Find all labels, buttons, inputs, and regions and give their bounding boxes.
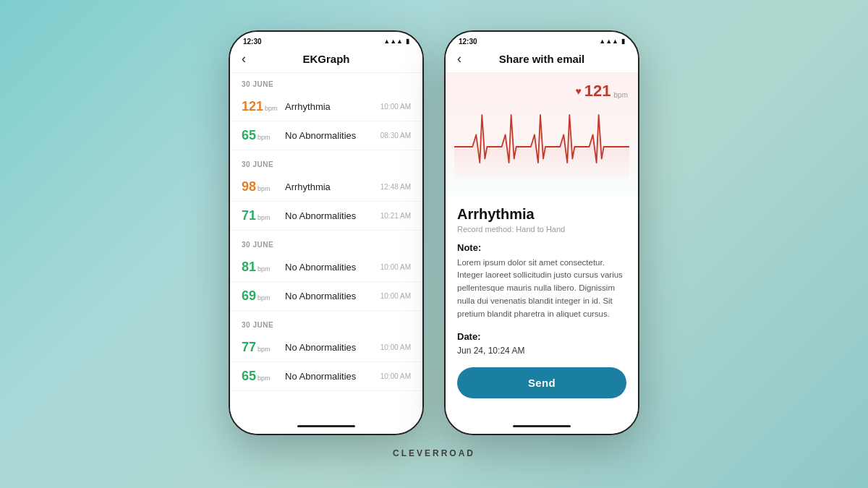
- record-status: Arrhythmia: [285, 101, 380, 112]
- back-button-2[interactable]: ‹: [457, 51, 461, 67]
- back-button-1[interactable]: ‹: [242, 51, 246, 67]
- record-row[interactable]: 69 bpm No Abnormalities 10:00 AM: [230, 282, 422, 311]
- status-bar-2: 12:30 ▲▲▲ ▮: [446, 32, 638, 48]
- home-bar-2: [446, 419, 638, 434]
- record-time: 10:21 AM: [380, 212, 411, 220]
- phone-share: 12:30 ▲▲▲ ▮ ‹ Share with email ♥ 121 bpm: [444, 30, 639, 435]
- bpm-section: 77 bpm: [242, 340, 279, 355]
- signal-icon: ▲▲▲: [383, 38, 403, 45]
- heart-bpm-badge: ♥ 121 bpm: [576, 82, 628, 100]
- bpm-value: 65: [242, 128, 256, 143]
- app-title-2: Share with email: [457, 53, 626, 65]
- time-1: 12:30: [243, 38, 262, 46]
- record-status: No Abnormalities: [285, 130, 380, 141]
- bpm-unit: bpm: [258, 346, 271, 353]
- note-text: Lorem ipsum dolor sit amet consectetur. …: [457, 257, 626, 321]
- record-status: Arrhythmia: [285, 181, 380, 192]
- bpm-section: 69 bpm: [242, 288, 279, 304]
- record-status: No Abnormalities: [285, 291, 380, 301]
- ekgraph-list: 30 JUNE 121 bpm Arrhythmia 10:00 AM 65 b…: [230, 73, 422, 419]
- phone-ekgraph: 12:30 ▲▲▲ ▮ ‹ EKGraph 30 JUNE 121 bpm Ar…: [229, 30, 424, 435]
- battery-icon: ▮: [621, 38, 625, 45]
- bpm-unit: bpm: [258, 374, 271, 382]
- time-2: 12:30: [459, 38, 477, 46]
- date-section-4: 30 JUNE 77 bpm No Abnormalities 10:00 AM…: [230, 314, 422, 394]
- home-bar-line: [513, 425, 571, 427]
- ekg-chart-area: ♥ 121 bpm: [446, 73, 638, 196]
- bpm-section: 98 bpm: [242, 179, 279, 194]
- ekg-waveform: [454, 99, 629, 179]
- send-button[interactable]: Send: [457, 367, 626, 398]
- date-section-1: 30 JUNE 121 bpm Arrhythmia 10:00 AM 65 b…: [230, 73, 422, 153]
- record-status: No Abnormalities: [285, 371, 380, 382]
- bpm-value: 69: [242, 288, 256, 304]
- record-row[interactable]: 71 bpm No Abnormalities 10:21 AM: [230, 202, 422, 231]
- bpm-section: 81 bpm: [242, 260, 279, 275]
- note-label: Note:: [457, 242, 626, 253]
- bpm-unit: bpm: [258, 294, 271, 301]
- date-section-2: 30 JUNE 98 bpm Arrhythmia 12:48 AM 71 bp…: [230, 153, 422, 234]
- bpm-value: 81: [242, 260, 256, 275]
- bpm-section: 65 bpm: [242, 128, 279, 143]
- record-time: 10:00 AM: [380, 343, 411, 351]
- date-label-4: 30 JUNE: [230, 321, 422, 333]
- bpm-value: 71: [242, 208, 256, 223]
- bpm-badge-unit: bpm: [614, 91, 628, 99]
- bpm-section: 121 bpm: [242, 99, 279, 114]
- bpm-value: 77: [242, 340, 256, 355]
- bpm-section: 65 bpm: [242, 369, 279, 384]
- bpm-value: 98: [242, 179, 256, 194]
- record-row[interactable]: 65 bpm No Abnormalities 08:30 AM: [230, 121, 422, 150]
- status-bar-1: 12:30 ▲▲▲ ▮: [230, 32, 422, 48]
- date-label-3: 30 JUNE: [230, 241, 422, 253]
- record-time: 10:00 AM: [380, 292, 411, 300]
- record-row[interactable]: 121 bpm Arrhythmia 10:00 AM: [230, 93, 422, 121]
- date-label-1: 30 JUNE: [230, 80, 422, 93]
- bpm-unit: bpm: [258, 134, 271, 141]
- share-content: ♥ 121 bpm: [446, 73, 638, 419]
- battery-icon: ▮: [406, 38, 409, 45]
- record-time: 08:30 AM: [380, 132, 411, 140]
- record-time: 12:48 AM: [380, 183, 411, 191]
- app-header-1: ‹ EKGraph: [230, 48, 422, 73]
- record-time: 10:00 AM: [380, 103, 411, 111]
- record-time: 10:00 AM: [380, 263, 411, 271]
- home-bar-line: [297, 425, 355, 427]
- bpm-value: 121: [242, 99, 263, 114]
- brand-label: CLEVERROAD: [393, 448, 475, 458]
- record-status: No Abnormalities: [285, 262, 380, 273]
- bpm-badge-value: 121: [584, 82, 611, 100]
- home-bar-1: [230, 419, 422, 434]
- heart-icon: ♥: [576, 85, 582, 97]
- signal-icon: ▲▲▲: [599, 38, 618, 45]
- record-row[interactable]: 81 bpm No Abnormalities 10:00 AM: [230, 253, 422, 282]
- bpm-unit: bpm: [265, 105, 278, 112]
- detail-content: Arrhythmia Record method: Hand to Hand N…: [446, 196, 638, 408]
- status-icons-1: ▲▲▲ ▮: [383, 38, 409, 45]
- bpm-value: 65: [242, 369, 256, 384]
- record-row[interactable]: 77 bpm No Abnormalities 10:00 AM: [230, 333, 422, 362]
- detail-title: Arrhythmia: [457, 206, 626, 223]
- bpm-unit: bpm: [258, 185, 271, 192]
- record-row[interactable]: 98 bpm Arrhythmia 12:48 AM: [230, 173, 422, 202]
- date-label-2: 30 JUNE: [230, 160, 422, 173]
- record-status: No Abnormalities: [285, 342, 380, 353]
- bpm-unit: bpm: [258, 265, 271, 273]
- date-section-3: 30 JUNE 81 bpm No Abnormalities 10:00 AM…: [230, 234, 422, 314]
- detail-method: Record method: Hand to Hand: [457, 225, 626, 234]
- bpm-section: 71 bpm: [242, 208, 279, 223]
- record-status: No Abnormalities: [285, 210, 380, 221]
- status-icons-2: ▲▲▲ ▮: [599, 38, 625, 45]
- date-label: Date:: [457, 331, 626, 342]
- record-time: 10:00 AM: [380, 372, 411, 380]
- app-title-1: EKGraph: [242, 53, 411, 65]
- date-value: Jun 24, 10:24 AM: [457, 346, 626, 356]
- bpm-unit: bpm: [258, 214, 271, 221]
- record-row[interactable]: 65 bpm No Abnormalities 10:00 AM: [230, 362, 422, 391]
- app-header-2: ‹ Share with email: [446, 48, 638, 73]
